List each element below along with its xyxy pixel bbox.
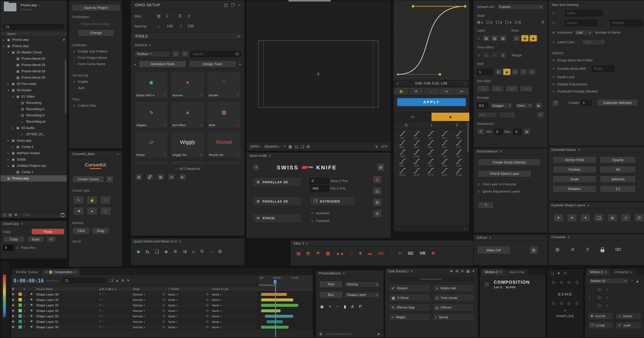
tab-character[interactable]: Character 1: [611, 269, 635, 275]
switches-column-header[interactable]: ♣ ✱ \ fx ▦ ◎ ⊘: [98, 286, 132, 291]
kbar-script-icon[interactable]: ◩: [306, 251, 310, 256]
curve-icon[interactable]: ◠: [630, 279, 634, 283]
quick-delete-icon[interactable]: ◔: [210, 249, 212, 254]
work-area-bar[interactable]: [259, 285, 276, 286]
project-tree-row[interactable]: ▦ Promo-Bend-29: [0, 74, 67, 81]
motion2-tool-button[interactable]: ∿ BLEND: [615, 312, 641, 320]
ease-preset[interactable]: Uuu..: [410, 131, 423, 139]
label-color-chip[interactable]: [18, 293, 22, 296]
project-tree-row[interactable]: ♪ Recording.av: [0, 119, 67, 125]
swiss-knife-side-icon[interactable]: ⊞: [372, 198, 382, 206]
project-tree-row[interactable]: ▦ Promo-Bend-20: [0, 55, 67, 62]
duplicate-footage-checkbox[interactable]: [552, 90, 556, 93]
ease-preset[interactable]: Stan..: [396, 140, 409, 148]
ease-preset[interactable]: 0-100: [410, 149, 423, 158]
parent-select[interactable]: None▾: [212, 298, 222, 301]
key-mode-icon[interactable]: ◆: [521, 35, 529, 41]
essential-property-button[interactable]: Anchor Point: [553, 156, 596, 164]
eye-icon[interactable]: ◉: [11, 314, 18, 319]
ignore-adjustment-checkbox[interactable]: [477, 190, 481, 193]
pickwhip-icon[interactable]: ◎: [205, 325, 211, 330]
pickwhip-icon[interactable]: ◎: [205, 308, 211, 313]
panel-menu-icon[interactable]: ≡: [179, 239, 181, 243]
ease-preset[interactable]: Dec..: [424, 140, 437, 148]
project-tree-row[interactable]: ▸ ▣ Untitled Project cop: [0, 163, 67, 169]
trkmat-select[interactable]: None▾: [168, 326, 178, 329]
parallax-3d-button[interactable]: ≣ PARALLAX 3D: [252, 177, 302, 187]
essential-property-button[interactable]: Rotation: [553, 185, 596, 193]
eye-icon[interactable]: ◉: [11, 292, 18, 297]
near-z-input[interactable]: 0: [310, 178, 329, 184]
kbar-script-icon[interactable]: AC: [378, 251, 384, 256]
explode-tool-icon[interactable]: ⚙: [634, 214, 644, 222]
layer-row[interactable]: ◉ 6 ✱ Shape Layer 31 ✦ ／ Normal▾ ◎ None▾…: [11, 319, 313, 324]
drag-button[interactable]: Drag: [92, 227, 109, 235]
trkmat-select[interactable]: None▾: [168, 315, 178, 318]
favorite-star-icon[interactable]: ☆: [236, 153, 239, 157]
layer-switches[interactable]: ✦ ／: [98, 303, 132, 308]
knob[interactable]: [567, 280, 571, 285]
tab-render-queue[interactable]: Render Queue: [12, 269, 42, 275]
make-gif-button[interactable]: Make GIF: [477, 246, 510, 254]
pickwhip-icon[interactable]: ◎: [205, 319, 211, 324]
passthru-checkbox[interactable]: [16, 246, 19, 250]
explode-tool-icon[interactable]: ✩: [621, 214, 631, 222]
pickwhip-icon[interactable]: ◎: [162, 308, 168, 313]
motion2-tool-button[interactable]: ↱ JUMP: [615, 322, 641, 329]
project-tree-row[interactable]: ▸ ▣ Solids: [0, 156, 67, 163]
cursor-option-button[interactable]: ☚: [73, 207, 84, 215]
trkmat-select[interactable]: None▾: [168, 309, 178, 312]
essential-property-button[interactable]: All: [600, 166, 636, 173]
drag-handle[interactable]: ‒: [394, 106, 469, 109]
blend-mode-select[interactable]: Normal▾: [133, 320, 145, 323]
from-comp-name-checkbox[interactable]: [72, 62, 76, 66]
project-tree-row[interactable]: ▸ ▣ 02 Pre-comp: [0, 81, 67, 87]
cursor-option-button[interactable]: ↖: [73, 196, 84, 204]
ease-value[interactable]: 0: [3, 245, 14, 251]
motion2-tool-button[interactable]: ❐ CLONE: [588, 322, 614, 329]
pickwhip-icon[interactable]: ◎: [205, 292, 211, 297]
min-input[interactable]: 0: [494, 128, 502, 135]
kbar-script-icon[interactable]: ✂: [398, 251, 402, 256]
enable-subfolders-checkbox[interactable]: [72, 49, 76, 53]
current-timecode[interactable]: 0:00:00:16: [14, 278, 44, 284]
viewer-tool-icon[interactable]: ▦: [288, 144, 292, 149]
twirl-icon[interactable]: ▾: [12, 95, 15, 98]
layer-row[interactable]: ◉ 3 ✱ Shape Layer 34 ✦ ／ Normal▾ ◎ None▾…: [11, 303, 313, 308]
state-radio[interactable]: 2: [486, 20, 492, 24]
mopack-footer-icon[interactable]: ⇄: [168, 174, 176, 180]
favorite-star-icon[interactable]: ☆: [464, 81, 467, 86]
circle-grid-icon[interactable]: ○: [238, 3, 240, 7]
color-gradient-bar[interactable]: [3, 274, 6, 317]
ease-button[interactable]: Ease: [27, 236, 44, 243]
layer-track[interactable]: [257, 314, 313, 319]
favorite-star-icon[interactable]: ☆: [200, 93, 202, 97]
timeline-ruler[interactable]: :00f 00016f 01:00f: [257, 275, 312, 286]
expand-arrow-icon[interactable]: ➤: [377, 332, 380, 336]
ease-preset[interactable]: 10%: [410, 158, 423, 167]
label-color-chip[interactable]: [18, 309, 22, 312]
quick-delete-icon[interactable]: ⇉: [183, 249, 187, 254]
tab-ease-library[interactable]: ✑: [394, 113, 432, 121]
arrange-value-input[interactable]: 0.5: [477, 102, 488, 109]
favorite-star-icon[interactable]: ☆: [200, 123, 202, 127]
ease-preset[interactable]: 20%: [424, 158, 437, 167]
layer-track[interactable]: [257, 319, 313, 324]
project-tree-row[interactable]: ▣ Promo.aep: [0, 175, 67, 182]
pins-button[interactable]: Pins: [319, 281, 343, 288]
crosshair-target-icon[interactable]: ⊕: [555, 246, 560, 253]
project-tree-row[interactable]: ▸ ▣ MoPack Assets: [0, 150, 67, 156]
duik-header-icon[interactable]: ✈: [472, 269, 475, 273]
layer-switches[interactable]: ✦ ／: [98, 297, 132, 302]
key-mode-icon[interactable]: ◇: [512, 35, 520, 41]
ease-preset[interactable]: 90-90: [452, 168, 465, 176]
layer-track[interactable]: [257, 308, 313, 313]
layer-track[interactable]: [257, 325, 313, 330]
versioning-enable-checkbox[interactable]: [72, 80, 76, 83]
settings-gear-icon[interactable]: ⚙: [529, 246, 538, 254]
state-radio[interactable]: 4: [505, 20, 511, 24]
layer-duration-bar[interactable]: [265, 315, 293, 318]
tool-card[interactable]: ∿ Wiggles ☆: [134, 101, 168, 129]
tool-card[interactable]: Wiggly Wiggly Tex ☆: [170, 131, 205, 159]
timeline-toolbar-icon[interactable]: ❑: [110, 279, 113, 282]
